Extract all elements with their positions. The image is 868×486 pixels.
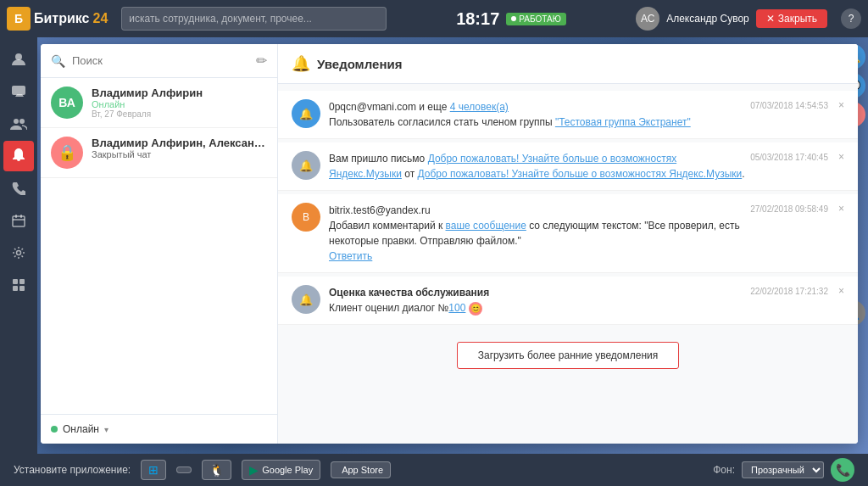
- app-store-label: App Store: [342, 465, 383, 475]
- google-play-label: Google Play: [262, 465, 313, 475]
- close-button[interactable]: ✕ Закрыть: [756, 9, 827, 28]
- left-panel-footer[interactable]: Онлайн ▾: [41, 414, 277, 444]
- notif-close-1[interactable]: ×: [838, 99, 844, 111]
- online-label: Онлайн: [63, 423, 99, 435]
- notif-body-4: Клиент оценил диалог №: [329, 302, 448, 314]
- right-panel: 🔔 Уведомления 🔔 0pqcn@vmani.com и еще 4 …: [278, 44, 858, 444]
- nav-settings[interactable]: [3, 237, 34, 268]
- notif-from: от: [402, 168, 418, 180]
- notification-item: 🔔 0pqcn@vmani.com и еще 4 человек(а) Пол…: [278, 91, 858, 139]
- user-name: Александр Сувор: [666, 13, 749, 25]
- status-dot: [511, 16, 516, 21]
- load-more-button[interactable]: Загрузить более ранние уведомления: [457, 342, 679, 369]
- search-input[interactable]: [72, 54, 249, 67]
- user-avatar: АС: [636, 7, 659, 31]
- apple-store-button[interactable]: [176, 466, 192, 473]
- notif-avatar-1: 🔔: [292, 99, 320, 128]
- svg-rect-4: [13, 216, 25, 226]
- notif-content-1: 0pqcn@vmani.com и еще 4 человек(а) Польз…: [329, 99, 844, 130]
- online-indicator: [51, 426, 58, 433]
- notif-text-4: Оценка качества обслуживания Клиент оцен…: [329, 285, 489, 316]
- svg-point-5: [17, 251, 21, 255]
- phone-icon[interactable]: 📞: [831, 458, 854, 482]
- time-area: 18:17 РАБОТАЮ: [387, 9, 636, 29]
- notif-close-2[interactable]: ×: [838, 151, 844, 163]
- notif-body-3: Добавил комментарий к: [329, 220, 446, 232]
- nav-group[interactable]: [3, 109, 34, 139]
- top-search-text: искать сотрудника, документ, прочее...: [129, 13, 312, 25]
- notif-avatar-3: B: [292, 203, 320, 232]
- bottom-bar: Установите приложение: ⊞ 🐧 ▶ Google Play…: [0, 454, 868, 486]
- svg-rect-1: [12, 86, 25, 95]
- contact-status: Онлайн: [92, 99, 267, 109]
- contact-info: Владимир Алфирин Онлайн Вт, 27 Февраля: [92, 87, 267, 119]
- google-play-button[interactable]: ▶ Google Play: [242, 460, 320, 480]
- notif-close-4[interactable]: ×: [838, 285, 844, 297]
- left-panel: 🔍 ✏ ВА Владимир Алфирин Онлайн Вт, 27 Фе…: [41, 44, 278, 444]
- left-nav: [0, 37, 37, 454]
- notif-text-2: Вам пришло письмо Добро пожаловать! Узна…: [329, 151, 750, 182]
- rating-badge: 😊: [469, 302, 482, 316]
- logo-number: 24: [92, 11, 108, 26]
- contact-date: Вт, 27 Февраля: [92, 109, 267, 119]
- notif-avatar-4: 🔔: [292, 285, 320, 314]
- contact-item-locked[interactable]: 🔒 Владимир Алфирин, Александр Тр... Закр…: [41, 128, 277, 178]
- online-dropdown-arrow[interactable]: ▾: [104, 425, 108, 434]
- load-more-container: Загрузить более ранние уведомления: [278, 328, 858, 383]
- notif-avatar-2: 🔔: [292, 151, 320, 180]
- status-label: РАБОТАЮ: [519, 14, 560, 24]
- notifications-title: Уведомления: [317, 57, 402, 71]
- notif-time-3: 27/02/2018 09:58:49: [750, 204, 828, 214]
- contact-preview-locked: Закрытый чат: [92, 149, 267, 159]
- contact-avatar-locked: 🔒: [51, 137, 83, 169]
- notif-group-link-1[interactable]: "Тестовая группа Экстранет": [555, 116, 691, 128]
- notif-link-1[interactable]: 4 человек(а): [450, 101, 509, 113]
- notif-link-2b[interactable]: Добро пожаловать! Узнайте больше о возмо…: [417, 168, 742, 180]
- windows-store-button[interactable]: ⊞: [141, 460, 166, 480]
- notif-link-3[interactable]: вашe сообщение: [446, 220, 526, 232]
- svg-rect-7: [19, 279, 25, 284]
- notification-item-3: B bitrix.test6@yandex.ru Добавил коммент…: [278, 194, 858, 273]
- notif-text-3: bitrix.test6@yandex.ru Добавил комментар…: [329, 203, 750, 264]
- notif-sender-1: 0pqcn@vmani.com и еще: [329, 101, 450, 113]
- nav-avatar[interactable]: [3, 44, 34, 75]
- notif-title-4: Оценка качества обслуживания: [329, 287, 489, 299]
- contact-avatar: ВА: [51, 87, 83, 119]
- logo-text: Битрикс: [34, 11, 89, 26]
- bottom-right: Фон: Прозрачный 📞: [713, 458, 854, 482]
- windows-icon: ⊞: [148, 463, 159, 477]
- svg-point-2: [14, 119, 19, 124]
- app-store-button[interactable]: App Store: [331, 461, 391, 478]
- nav-bell[interactable]: [3, 141, 34, 171]
- contact-info-locked: Владимир Алфирин, Александр Тр... Закрыт…: [92, 137, 267, 159]
- contact-name-locked: Владимир Алфирин, Александр Тр...: [92, 137, 267, 149]
- help-icon: ?: [849, 13, 854, 25]
- clock: 18:17: [456, 9, 499, 29]
- contact-item[interactable]: ВА Владимир Алфирин Онлайн Вт, 27 Феврал…: [41, 78, 277, 128]
- notifications-bell-icon: 🔔: [292, 54, 310, 73]
- notif-reply-link[interactable]: Ответить: [329, 250, 372, 262]
- nav-phone[interactable]: [3, 173, 34, 204]
- notif-close-3[interactable]: ×: [838, 203, 844, 215]
- top-search[interactable]: искать сотрудника, документ, прочее...: [121, 7, 386, 31]
- bg-select[interactable]: Прозрачный: [742, 461, 824, 478]
- notif-body-2a: Вам пришло письмо: [329, 153, 428, 165]
- svg-rect-9: [19, 286, 25, 291]
- svg-rect-6: [13, 279, 18, 284]
- compose-icon[interactable]: ✏: [256, 53, 267, 69]
- close-label: Закрыть: [778, 13, 817, 25]
- notif-text-1: 0pqcn@vmani.com и еще 4 человек(а) Польз…: [329, 99, 691, 130]
- svg-point-3: [19, 119, 25, 124]
- notif-period: .: [742, 168, 744, 180]
- google-play-icon: ▶: [249, 463, 259, 477]
- notif-link-4[interactable]: 100: [448, 302, 465, 314]
- notifications-header: 🔔 Уведомления: [278, 44, 858, 84]
- nav-calendar[interactable]: [3, 205, 34, 236]
- nav-reports[interactable]: [3, 270, 34, 300]
- linux-store-button[interactable]: 🐧: [202, 460, 231, 480]
- help-button[interactable]: ?: [841, 8, 861, 29]
- nav-messages[interactable]: [3, 76, 34, 107]
- notif-time-4: 22/02/2018 17:21:32: [750, 287, 828, 296]
- notif-content-2: Вам пришло письмо Добро пожаловать! Узна…: [329, 151, 844, 182]
- top-bar: Б Битрикс 24 искать сотрудника, документ…: [0, 0, 868, 37]
